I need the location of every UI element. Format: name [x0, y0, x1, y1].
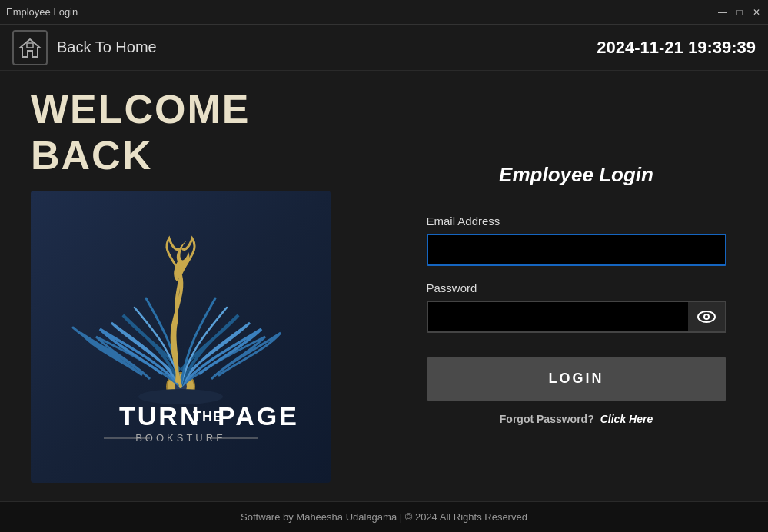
svg-rect-1 — [27, 43, 33, 48]
bookstore-logo: TURN THE PAGE BOOKSTURE — [31, 191, 331, 483]
footer: Software by Maheesha Udalagama | © 2024 … — [0, 501, 768, 532]
window-controls: — □ ✕ — [717, 7, 762, 18]
forgot-password-label: Forgot Password? — [500, 413, 594, 425]
window-title: Employee Login — [6, 6, 78, 18]
home-icon — [12, 30, 48, 65]
svg-text:TURN: TURN — [119, 401, 201, 431]
nav-bar: Back To Home 2024-11-21 19:39:39 — [0, 25, 768, 71]
login-panel: Employee Login Email Address Password — [415, 86, 737, 486]
click-here-link[interactable]: Click Here — [600, 413, 653, 425]
email-field-group: Email Address — [427, 214, 726, 266]
maximize-button[interactable]: □ — [734, 7, 745, 18]
main-content: WELCOME BACK — [0, 71, 768, 501]
email-label: Email Address — [427, 214, 726, 228]
back-to-home-link[interactable]: Back To Home — [12, 30, 157, 65]
left-panel: WELCOME BACK — [31, 86, 384, 486]
back-to-home-text: Back To Home — [57, 38, 157, 56]
forgot-password-row: Forgot Password? Click Here — [500, 413, 653, 425]
datetime-display: 2024-11-21 19:39:39 — [597, 38, 756, 58]
email-input-wrap — [427, 234, 726, 266]
minimize-button[interactable]: — — [717, 7, 728, 18]
close-button[interactable]: ✕ — [751, 7, 762, 18]
svg-text:BOOKSTURE: BOOKSTURE — [135, 432, 226, 444]
footer-text: Software by Maheesha Udalagama | © 2024 … — [241, 511, 527, 523]
login-form-title: Employee Login — [499, 163, 653, 187]
welcome-title: WELCOME BACK — [31, 86, 384, 178]
email-input[interactable] — [427, 234, 726, 266]
password-label: Password — [427, 281, 726, 294]
password-input-wrap — [427, 301, 726, 333]
password-input[interactable] — [427, 301, 726, 333]
toggle-password-button[interactable] — [688, 301, 726, 333]
login-button[interactable]: LOGIN — [427, 357, 726, 401]
title-bar: Employee Login — □ ✕ — [0, 0, 768, 25]
password-field-group: Password — [427, 281, 726, 333]
svg-point-13 — [705, 315, 708, 318]
svg-text:PAGE: PAGE — [218, 401, 299, 431]
logo-container: TURN THE PAGE BOOKSTURE — [31, 191, 331, 483]
